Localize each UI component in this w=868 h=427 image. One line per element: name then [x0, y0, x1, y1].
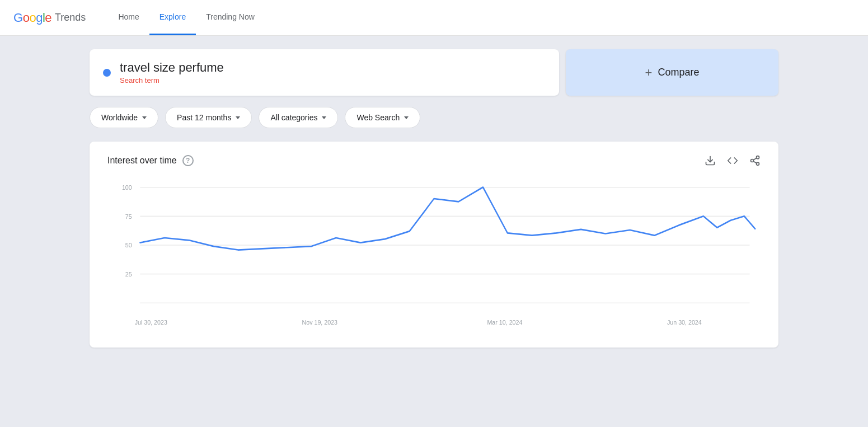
time-range-filter-label: Past 12 months — [177, 113, 231, 122]
svg-text:Nov 19, 2023: Nov 19, 2023 — [302, 319, 338, 326]
nav-home[interactable]: Home — [108, 0, 149, 35]
chart-title: Interest over time — [107, 156, 177, 166]
chart-header: Interest over time ? — [107, 155, 761, 166]
svg-line-4 — [753, 161, 757, 163]
download-icon[interactable] — [705, 155, 716, 166]
svg-text:100: 100 — [122, 184, 132, 191]
search-type-filter[interactable]: Web Search — [345, 107, 420, 128]
compare-box[interactable]: + Compare — [566, 49, 778, 96]
category-filter-label: All categories — [270, 113, 317, 122]
time-range-filter[interactable]: Past 12 months — [165, 107, 252, 128]
compare-plus-icon: + — [645, 65, 653, 80]
main-content: travel size perfume Search term + Compar… — [0, 36, 868, 427]
search-term: travel size perfume — [120, 60, 546, 75]
chart-title-area: Interest over time ? — [107, 155, 194, 166]
svg-text:50: 50 — [125, 242, 132, 249]
help-icon[interactable]: ? — [182, 155, 194, 166]
compare-label: Compare — [658, 67, 699, 78]
location-filter-label: Worldwide — [101, 113, 138, 122]
search-section: travel size perfume Search term + Compar… — [90, 49, 778, 96]
search-dot-indicator — [103, 69, 111, 77]
location-filter[interactable]: Worldwide — [90, 107, 158, 128]
search-box: travel size perfume Search term — [90, 49, 559, 96]
svg-text:Mar 10, 2024: Mar 10, 2024 — [487, 319, 522, 326]
google-logo: Google — [13, 11, 51, 25]
chevron-down-icon — [142, 116, 147, 119]
svg-text:Jul 30, 2023: Jul 30, 2023 — [135, 319, 167, 326]
search-type-label: Search term — [120, 76, 546, 85]
chevron-down-icon — [404, 116, 409, 119]
svg-line-5 — [753, 158, 757, 159]
svg-text:25: 25 — [125, 270, 132, 278]
nav-trending-now[interactable]: Trending Now — [196, 0, 265, 35]
chevron-down-icon — [236, 116, 240, 119]
main-nav: Home Explore Trending Now — [108, 0, 264, 35]
chart-actions — [705, 155, 761, 166]
svg-text:75: 75 — [125, 213, 132, 220]
app-header: Google Trends Home Explore Trending Now — [0, 0, 868, 36]
embed-icon[interactable] — [727, 155, 738, 166]
svg-text:Jun 30, 2024: Jun 30, 2024 — [667, 319, 702, 326]
category-filter[interactable]: All categories — [259, 107, 338, 128]
interest-chart: 100 75 50 25 Jul 30, 2023 Nov 19, 2023 M… — [107, 175, 761, 332]
filters-bar: Worldwide Past 12 months All categories … — [90, 107, 778, 128]
nav-explore[interactable]: Explore — [149, 0, 196, 35]
trends-label: Trends — [55, 12, 86, 24]
share-icon[interactable] — [749, 155, 761, 166]
chart-section: Interest over time ? — [90, 142, 778, 348]
logo-area: Google Trends — [13, 11, 86, 25]
search-text-area: travel size perfume Search term — [120, 60, 546, 85]
search-type-filter-label: Web Search — [356, 113, 400, 122]
chevron-down-icon — [322, 116, 326, 119]
chart-container: 100 75 50 25 Jul 30, 2023 Nov 19, 2023 M… — [107, 175, 761, 334]
